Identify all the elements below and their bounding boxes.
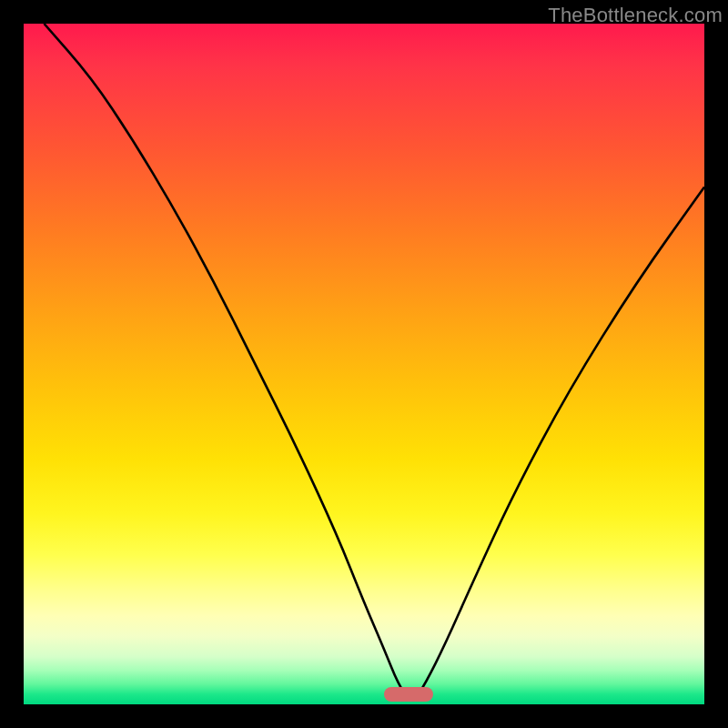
bottleneck-curve [24, 24, 704, 704]
chart-frame: TheBottleneck.com [0, 0, 728, 728]
plot-area [24, 24, 704, 704]
watermark-text: TheBottleneck.com [548, 4, 723, 27]
optimal-marker [384, 687, 433, 702]
curve-path [44, 24, 704, 699]
